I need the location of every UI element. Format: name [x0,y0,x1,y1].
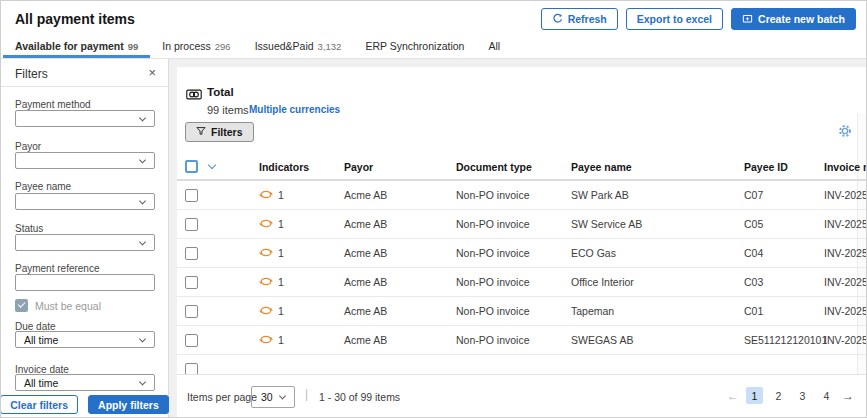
check-icon [18,300,25,307]
due-date-select[interactable]: All time [15,331,155,348]
filter-actions: Clear filters Apply filters [1,395,168,414]
sync-indicator-icon [259,247,273,260]
next-page-icon[interactable]: → [842,389,854,403]
cell-payor: Acme AB [344,276,456,288]
row-checkbox[interactable] [185,276,198,289]
table-row[interactable]: 1 Acme AB Non-PO invoice ECO Gas C04 INV… [177,239,866,268]
row-checkbox[interactable] [185,334,198,347]
tab-label: Issued&Paid [255,40,314,52]
row-checkbox[interactable] [185,305,198,318]
close-icon[interactable]: × [148,65,156,81]
indicator-count: 1 [278,247,284,259]
cell-document-type: Non-PO invoice [456,218,571,230]
cell-payor: Acme AB [344,334,456,346]
items-per-page-select[interactable]: 30 [251,386,295,408]
indicator-count: 1 [278,334,284,346]
total-coins-icon [186,87,202,105]
tab-label: In process [162,40,210,52]
payor-label: Payor [15,141,41,152]
payment-method-select[interactable] [15,110,155,127]
payor-select[interactable] [15,152,155,169]
multiple-currencies-link[interactable]: Multiple currencies [249,104,340,115]
due-date-value: All time [24,334,58,346]
tab-label: Available for payment [15,40,124,52]
total-label: Total [207,86,234,98]
gear-icon[interactable] [838,124,852,142]
table-row[interactable]: 1 Acme AB Non-PO invoice SWEGAS AB SE511… [177,326,866,355]
chevron-down-icon [139,156,146,163]
payment-method-label: Payment method [15,99,91,110]
column-header-payee-name[interactable]: Payee name [571,161,744,173]
tab-issued-and-paid[interactable]: Issued&Paid 3,132 [243,37,354,58]
chevron-down-icon[interactable] [208,161,216,169]
table-row-partial[interactable] [177,355,866,374]
create-batch-button-label: Create new batch [758,13,845,25]
table-header-row: Indicators Payor Document type Payee nam… [177,154,866,181]
must-be-equal-checkbox[interactable] [15,299,28,312]
cell-invoice-no: INV-2025061 [824,189,866,201]
table-row[interactable]: 1 Acme AB Non-PO invoice Tapeman C01 INV… [177,297,866,326]
app-window: All payment items Refresh Export to exce… [0,0,867,418]
column-header-indicators[interactable]: Indicators [259,161,344,173]
tab-erp-synchronization[interactable]: ERP Synchronization [353,37,476,58]
page-button-2[interactable]: 2 [770,387,787,404]
row-checkbox[interactable] [185,218,198,231]
create-new-batch-button[interactable]: Create new batch [731,8,856,30]
clear-filters-button[interactable]: Clear filters [0,395,78,414]
cell-payor: Acme AB [344,305,456,317]
main-panel: Total 99 items Multiple currencies Filte… [177,67,866,417]
payee-name-label: Payee name [15,181,71,192]
chevron-down-icon [139,335,146,342]
table-row[interactable]: 1 Acme AB Non-PO invoice Office Interior… [177,268,866,297]
cell-payee-id: C05 [744,218,824,230]
tab-label: All [488,40,500,52]
page-button-1[interactable]: 1 [746,387,763,404]
row-checkbox[interactable] [185,247,198,260]
payee-name-select[interactable] [15,193,155,210]
cell-document-type: Non-PO invoice [456,334,571,346]
column-header-payee-id[interactable]: Payee ID [744,161,824,173]
table-row[interactable]: 1 Acme AB Non-PO invoice SW Service AB C… [177,210,866,239]
filter-funnel-icon [196,126,206,138]
column-header-document-type[interactable]: Document type [456,161,571,173]
status-label: Status [15,223,43,234]
table-row[interactable]: 1 Acme AB Non-PO invoice SW Park AB C07 … [177,181,866,210]
payment-reference-input[interactable] [15,274,155,291]
page-button-4[interactable]: 4 [818,387,835,404]
select-all-checkbox[interactable] [185,160,198,173]
cell-payee-id: C07 [744,189,824,201]
cell-document-type: Non-PO invoice [456,276,571,288]
tab-label: ERP Synchronization [365,40,464,52]
status-select[interactable] [15,234,155,251]
prev-page-icon[interactable]: ← [727,389,739,403]
payment-reference-label: Payment reference [15,263,100,274]
sync-indicator-icon [259,276,273,289]
row-checkbox[interactable] [185,363,198,374]
sync-indicator-icon [259,218,273,231]
cell-payee-id: C04 [744,247,824,259]
cell-payee-id: C03 [744,276,824,288]
page-title: All payment items [15,11,135,27]
refresh-button[interactable]: Refresh [541,8,618,30]
tab-all[interactable]: All [476,37,512,58]
export-to-excel-button[interactable]: Export to excel [626,8,723,30]
chevron-down-icon [279,392,286,399]
tab-available-for-payment[interactable]: Available for payment 99 [3,37,150,58]
tab-count: 296 [215,41,231,52]
invoice-date-select[interactable]: All time [15,374,155,391]
cell-invoice-no: INV-2025061 [824,334,866,346]
refresh-icon [552,13,563,26]
page-button-3[interactable]: 3 [794,387,811,404]
column-header-invoice-no[interactable]: Invoice no [824,161,866,173]
tab-in-process[interactable]: In process 296 [150,37,242,58]
cell-payor: Acme AB [344,218,456,230]
topbar-actions: Refresh Export to excel Create new batch [541,8,856,30]
apply-filters-button[interactable]: Apply filters [88,395,169,414]
table-filters-button[interactable]: Filters [185,122,254,142]
cell-document-type: Non-PO invoice [456,305,571,317]
chevron-down-icon [139,238,146,245]
indicator-count: 1 [278,218,284,230]
row-checkbox[interactable] [185,189,198,202]
column-header-payor[interactable]: Payor [344,161,456,173]
items-range-text: 1 - 30 of 99 items [319,391,400,403]
